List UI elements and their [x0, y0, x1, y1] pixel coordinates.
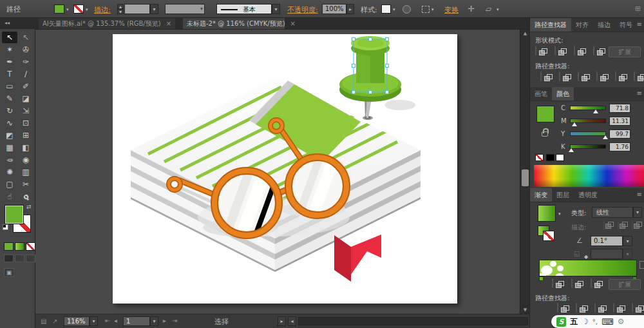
none-swatch[interactable] — [535, 154, 544, 161]
pen-tool[interactable]: ✒ — [2, 56, 17, 68]
close-tab-icon[interactable]: × — [166, 20, 171, 27]
column-graph-tool[interactable]: ▥ — [18, 166, 33, 178]
artwork-canvas[interactable] — [113, 34, 457, 304]
zoom-tool[interactable]: ϙ — [16, 188, 35, 206]
stroke-across-button[interactable] — [632, 220, 633, 230]
select-similar-caret[interactable]: ▾ — [431, 7, 434, 12]
slider-thumb[interactable] — [603, 135, 608, 139]
black-swatch[interactable] — [546, 154, 554, 161]
panel-menu-icon[interactable]: ≡ — [637, 21, 642, 28]
gradient-stroke-proxy[interactable] — [543, 231, 554, 241]
tab-layers[interactable]: 图层 — [552, 188, 574, 202]
black-value-field[interactable]: 1.76 — [609, 142, 630, 151]
pf-trim-button[interactable] — [559, 72, 560, 81]
tab-align[interactable]: 对齐 — [571, 18, 593, 32]
pf-merge-button[interactable] — [594, 303, 596, 313]
pf-divide-button[interactable] — [557, 303, 558, 313]
expand-button[interactable]: 扩展 — [609, 46, 641, 57]
fill-caret-icon[interactable]: ▾ — [66, 7, 69, 12]
shape-builder-tool[interactable]: ◩ — [2, 130, 17, 141]
horizontal-scrollbar[interactable] — [298, 317, 528, 325]
opacity-field[interactable]: 100% — [322, 4, 346, 14]
canvas-area[interactable]: ▲ ▼ ▤ ↗ 116% ▾ ⇤ ◂ 1 ▾ ▸ ⇥ 选择 ▸ ◂ — [35, 29, 529, 328]
opacity-link[interactable]: 不透明度: — [287, 5, 318, 15]
paintbrush-tool[interactable]: ✐ — [18, 81, 33, 92]
arrange-docs-icon[interactable]: ↗ — [52, 318, 57, 325]
document-tab-1[interactable]: AI矢量图标.ai* @ 135.37% (RGB/预览)× — [39, 18, 175, 29]
ime-settings-icon[interactable]: ⚙ — [618, 317, 625, 326]
pf-merge-button[interactable] — [578, 72, 579, 81]
pf-outline-button[interactable] — [615, 72, 616, 81]
artboard-tool[interactable]: ▢ — [2, 178, 17, 190]
punctuation-icon[interactable]: °, — [592, 318, 598, 325]
expand-button[interactable]: 扩展 — [609, 279, 641, 290]
opacity-dropdown[interactable]: ▸ — [346, 4, 354, 14]
width-tool[interactable]: ∿ — [2, 117, 17, 129]
gradient-mode-button[interactable] — [15, 242, 24, 251]
artboard-number-field[interactable]: 1 — [123, 316, 150, 326]
perspective-grid-tool[interactable]: ⊞ — [18, 130, 33, 141]
tab-brushes[interactable]: 画笔 — [530, 87, 552, 101]
yellow-slider[interactable] — [570, 131, 606, 136]
default-fill-stroke-icon[interactable] — [3, 224, 8, 230]
pf-crop-button[interactable] — [596, 72, 598, 81]
shape-minus-front-button[interactable] — [571, 278, 573, 288]
gradient-type-dropdown[interactable]: 线性 — [592, 207, 633, 218]
selection-tool[interactable]: ↖ — [2, 32, 17, 43]
control-panel-menu-icon[interactable]: ⊞ — [635, 5, 641, 13]
tab-transparency[interactable]: 透明度 — [574, 188, 602, 202]
shear-icon[interactable]: ▱ — [486, 5, 491, 14]
panel-menu-icon[interactable]: ≡ — [637, 90, 642, 97]
stroke-link[interactable]: 描边: — [94, 5, 111, 15]
brush-definition-dropdown[interactable]: 基本 — [216, 4, 272, 14]
cyan-slider[interactable] — [570, 106, 606, 110]
magic-wand-tool[interactable]: ✶ — [2, 44, 17, 55]
eraser-tool[interactable]: ◪ — [18, 93, 33, 104]
pf-divide-button[interactable] — [540, 72, 542, 81]
gradient-angle-caret[interactable]: ▾ — [623, 236, 632, 246]
zoom-level-dropdown[interactable]: ▾ — [90, 316, 98, 326]
zoom-level-field[interactable]: 116% — [64, 316, 90, 326]
color-spectrum-bar[interactable] — [534, 165, 644, 187]
fill-indicator-swatch[interactable] — [5, 205, 24, 224]
shape-unite-button[interactable] — [552, 278, 553, 288]
artboard-number-dropdown[interactable]: ▾ — [150, 316, 158, 326]
mesh-tool[interactable]: ▦ — [2, 142, 17, 153]
tools-collapse-icon[interactable]: ◂◂ — [5, 20, 10, 26]
swap-fill-stroke-icon[interactable]: ⇄ — [26, 204, 32, 210]
none-mode-button[interactable] — [26, 242, 35, 251]
stroke-caret-icon[interactable]: ▾ — [86, 7, 88, 12]
hand-tool[interactable]: ☝ — [2, 191, 17, 202]
panel-menu-icon[interactable]: ≡ — [637, 191, 642, 198]
scroll-up-icon[interactable]: ▲ — [520, 30, 530, 38]
tab-pathfinder[interactable]: 路径查找器 — [530, 18, 571, 32]
stroke-weight-down[interactable]: ▾ — [117, 9, 124, 14]
vertical-scroll-thumb[interactable] — [522, 169, 529, 186]
gradient-tool[interactable]: ◧ — [18, 142, 33, 153]
scale-tool[interactable]: ⇲ — [18, 105, 33, 117]
magenta-value-field[interactable]: 11.31 — [609, 117, 630, 126]
artboard-nav-icon[interactable]: ▤ — [41, 318, 46, 325]
shape-minus-front-button[interactable] — [554, 46, 556, 55]
next-artboard-icon[interactable]: ▸ — [163, 317, 166, 324]
prev-artboard-icon[interactable]: ◂ — [114, 317, 117, 324]
rotate-tool[interactable]: ↻ — [2, 105, 17, 117]
keyboard-icon[interactable]: ⌨ — [601, 317, 614, 327]
stroke-weight-up[interactable]: ▴ — [117, 4, 124, 9]
gradient-slider-bar[interactable] — [539, 260, 637, 276]
first-artboard-icon[interactable]: ⇤ — [105, 317, 110, 324]
pf-trim-button[interactable] — [576, 303, 577, 313]
stroke-weight-dropdown[interactable]: ▾ — [150, 4, 158, 14]
tab-color[interactable]: 颜色 — [552, 87, 574, 101]
draw-normal-button[interactable] — [4, 255, 14, 262]
moon-icon[interactable]: ☽ — [582, 317, 589, 326]
gradient-midpoint-icon[interactable]: ◆ — [584, 254, 588, 260]
curvature-tool[interactable]: ✑ — [18, 56, 33, 68]
delete-stop-icon[interactable] — [639, 261, 644, 269]
black-slider[interactable] — [570, 144, 606, 149]
close-tab-icon[interactable]: × — [290, 20, 296, 27]
pf-minus-back-button[interactable] — [634, 72, 635, 81]
direct-selection-tool[interactable]: ↖ — [18, 32, 33, 43]
artboard[interactable] — [113, 34, 457, 304]
yellow-value-field[interactable]: 99.7 — [609, 130, 630, 139]
